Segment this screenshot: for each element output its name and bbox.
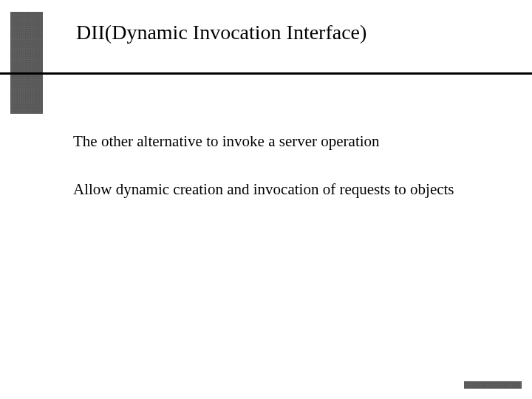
content-area: The other alternative to invoke a server…: [73, 132, 502, 228]
bullet-item: The other alternative to invoke a server…: [73, 132, 502, 151]
bottom-right-decoration: [464, 381, 522, 389]
slide-title: DII(Dynamic Invocation Interface): [76, 21, 366, 44]
top-left-decoration: [10, 12, 43, 114]
horizontal-divider: [0, 72, 532, 75]
bullet-item: Allow dynamic creation and invocation of…: [73, 180, 502, 200]
